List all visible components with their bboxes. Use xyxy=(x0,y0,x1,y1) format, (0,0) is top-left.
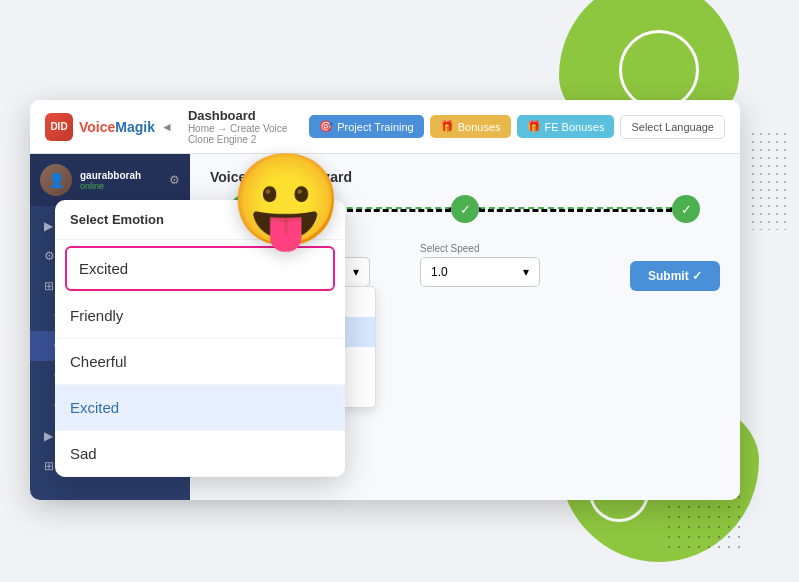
logo-icon: DID xyxy=(45,113,73,141)
bg-circle-top xyxy=(619,30,699,110)
logo-arrow-icon[interactable]: ◄ xyxy=(161,120,173,134)
step-line-2 xyxy=(479,207,672,212)
popup-item-excited-active[interactable]: Excited xyxy=(55,385,345,431)
bg-dots-right xyxy=(749,130,789,230)
user-status: online xyxy=(80,181,161,191)
popup-item-friendly[interactable]: Friendly xyxy=(55,293,345,339)
dropdown-chevron-icon: ▾ xyxy=(353,265,359,279)
language-button[interactable]: Select Language xyxy=(620,115,725,139)
step-3: ✓ xyxy=(672,195,700,223)
breadcrumb: Dashboard Home → Create Voice Clone Engi… xyxy=(188,108,294,145)
project-training-button[interactable]: 🎯 Project Training xyxy=(309,115,423,138)
speed-select[interactable]: 1.0 ▾ xyxy=(420,257,540,287)
user-name: gaurabborah xyxy=(80,170,161,181)
speed-label: Select Speed xyxy=(420,243,615,254)
avatar: 👤 xyxy=(40,164,72,196)
bonuses-button[interactable]: 🎁 Bonuses xyxy=(430,115,511,138)
step-2: ✓ xyxy=(451,195,479,223)
speed-form-group: Select Speed 1.0 ▾ xyxy=(420,243,615,287)
logo-area: DID VoiceMagik ◄ xyxy=(45,113,173,141)
submit-button[interactable]: Submit ✓ xyxy=(630,261,720,291)
header-nav-buttons: 🎯 Project Training 🎁 Bonuses 🎁 FE Bonuse… xyxy=(309,115,725,139)
logo-text: VoiceMagik xyxy=(79,119,155,135)
emotion-voice-icon: ⊞ xyxy=(44,279,54,293)
fe-bonuses-button[interactable]: 🎁 FE Bonuses xyxy=(517,115,615,138)
user-info: gaurabborah online xyxy=(80,170,161,191)
avatar-image: 👤 xyxy=(40,164,72,196)
training-icon: ▶ xyxy=(44,219,53,233)
voice-synthesis-icon: ⚙ xyxy=(44,249,55,263)
voice2-icon: ▶ xyxy=(44,429,53,443)
popup-item-cheerful[interactable]: Cheerful xyxy=(55,339,345,385)
au-icon: ⊞ xyxy=(44,459,54,473)
header-bar: DID VoiceMagik ◄ Dashboard Home → Create… xyxy=(30,100,740,154)
emoji-overlay: 😛 xyxy=(230,155,340,265)
user-area: 👤 gaurabborah online ⚙ xyxy=(30,154,190,206)
breadcrumb-sub: Home → Create Voice Clone Engine 2 xyxy=(188,123,294,145)
popup-item-sad[interactable]: Sad xyxy=(55,431,345,477)
breadcrumb-title: Dashboard xyxy=(188,108,294,123)
speed-chevron-icon: ▾ xyxy=(523,265,529,279)
settings-icon[interactable]: ⚙ xyxy=(169,173,180,187)
